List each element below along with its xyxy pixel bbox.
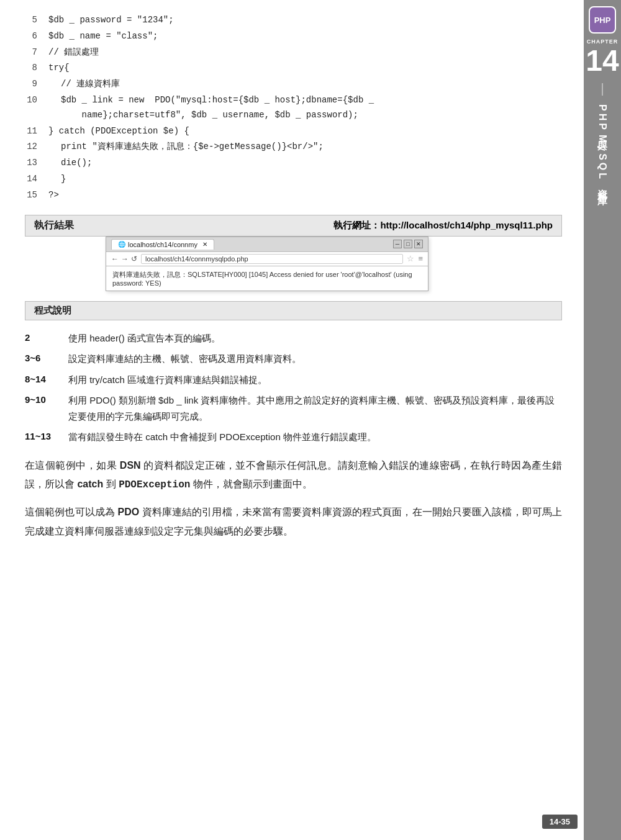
code-content-5: $db _ password = "1234";: [48, 13, 562, 28]
exec-url-value: http://localhost/ch14/php_mysql11.php: [380, 220, 553, 230]
browser-nav: ← → ↺: [111, 255, 137, 263]
code-content-9: // 連線資料庫: [48, 77, 562, 92]
code-content-11: } catch (PDOException $e) {: [48, 124, 562, 139]
browser-tab-close[interactable]: ✕: [202, 241, 207, 248]
code-line-14: 14 }: [25, 171, 562, 187]
code-content-6: $db _ name = "class";: [48, 29, 562, 44]
code-block: 5 $db _ password = "1234"; 6 $db _ name …: [25, 12, 562, 204]
browser-body: 資料庫連結失敗，訊息：SQLSTATE[HY000] [1045] Access…: [106, 266, 428, 291]
line-num-10: 10: [25, 93, 48, 108]
code-line-7: 7 // 錯誤處理: [25, 45, 562, 61]
code-content-15: ?>: [48, 188, 562, 203]
code-line-15: 15 ?>: [25, 187, 562, 204]
chapter-number: 14: [586, 46, 619, 76]
browser-controls: ─ □ ✕: [393, 240, 423, 248]
desc-value-8-14: 利用 try/catch 區域進行資料庫連結與錯誤補捉。: [68, 372, 562, 388]
paragraph-2: 這個範例也可以成為 PDO 資料庫連結的引用檔，未來當有需要資料庫資源的程式頁面…: [25, 503, 562, 541]
code-content-10: $db _ link = new PDO("mysql:host={$db _ …: [48, 93, 562, 123]
code-line-6: 6 $db _ name = "class";: [25, 29, 562, 45]
code-content-12: print "資料庫連結失敗，訊息：{$e->getMessage()}<br/…: [48, 140, 562, 155]
browser-mockup: 🌐 localhost/ch14/connmy ✕ ─ □ ✕ ← → ↺ lo…: [106, 237, 428, 291]
desc-key-9-10: 9~10: [25, 392, 68, 407]
desc-key-8-14: 8~14: [25, 372, 68, 387]
bookmark-star[interactable]: ☆: [407, 254, 414, 263]
exec-url: 執行網址：http://localhost/ch14/php_mysql11.p…: [333, 220, 553, 232]
right-sidebar: PHP CHAPTER 14 PHP與MySQL資料庫: [584, 0, 621, 840]
browser-close[interactable]: ✕: [414, 240, 423, 248]
prog-desc-header: 程式說明: [25, 301, 562, 320]
browser-addressbar: ← → ↺ localhost/ch14/connmysqlpdo.php ☆ …: [106, 252, 428, 266]
browser-titlebar: 🌐 localhost/ch14/connmy ✕ ─ □ ✕: [106, 237, 428, 252]
code-content-8: try{: [48, 61, 562, 76]
desc-row-11-13: 11~13 當有錯誤發生時在 catch 中會補捉到 PDOException …: [25, 427, 562, 448]
php-badge-label: PHP: [594, 16, 611, 25]
desc-row-9-10: 9~10 利用 PDO() 類別新增 $db _ link 資料庫物件。其中應用…: [25, 390, 562, 427]
exec-url-label: 執行網址：: [333, 220, 380, 230]
line-num-9: 9: [25, 77, 48, 92]
exec-result-header: 執行結果 執行網址：http://localhost/ch14/php_mysq…: [25, 215, 562, 237]
line-num-5: 5: [25, 13, 48, 28]
browser-tab-text: localhost/ch14/connmy: [128, 241, 197, 248]
line-num-7: 7: [25, 45, 48, 60]
sidebar-divider: [602, 83, 603, 96]
code-line-9: 9 // 連線資料庫: [25, 76, 562, 93]
desc-key-3-6: 3~6: [25, 351, 68, 366]
menu-icon[interactable]: ≡: [418, 254, 423, 263]
browser-url-bar[interactable]: localhost/ch14/connmysqlpdo.php: [141, 254, 403, 264]
desc-value-3-6: 設定資料庫連結的主機、帳號、密碼及選用資料庫資料。: [68, 351, 562, 367]
exec-result-title: 執行結果: [34, 219, 74, 232]
line-num-12: 12: [25, 140, 48, 155]
browser-maximize[interactable]: □: [404, 240, 412, 248]
page-number: 14-35: [542, 815, 578, 829]
code-line-12: 12 print "資料庫連結失敗，訊息：{$e->getMessage()}<…: [25, 139, 562, 155]
desc-row-3-6: 3~6 設定資料庫連結的主機、帳號、密碼及選用資料庫資料。: [25, 348, 562, 369]
browser-error-text: 資料庫連結失敗，訊息：SQLSTATE[HY000] [1045] Access…: [112, 271, 412, 287]
main-content: 5 $db _ password = "1234"; 6 $db _ name …: [12, 0, 574, 587]
code-line-5: 5 $db _ password = "1234";: [25, 12, 562, 29]
desc-value-2: 使用 header() 函式宣告本頁的編碼。: [68, 330, 562, 346]
desc-key-2: 2: [25, 330, 68, 345]
forward-button[interactable]: →: [121, 255, 129, 263]
code-line-8: 8 try{: [25, 60, 562, 76]
desc-value-9-10: 利用 PDO() 類別新增 $db _ link 資料庫物件。其中應用之前設定好…: [68, 392, 562, 424]
line-num-14: 14: [25, 172, 48, 187]
desc-table: 2 使用 header() 函式宣告本頁的編碼。 3~6 設定資料庫連結的主機、…: [25, 328, 562, 448]
desc-key-11-13: 11~13: [25, 429, 68, 444]
browser-minimize[interactable]: ─: [393, 240, 402, 248]
browser-tab-icon: 🌐: [118, 241, 125, 248]
line-num-11: 11: [25, 124, 48, 139]
line-num-13: 13: [25, 156, 48, 171]
code-content-13: die();: [48, 156, 562, 171]
sidebar-title: PHP與MySQL資料庫: [596, 104, 608, 189]
back-button[interactable]: ←: [111, 255, 119, 263]
desc-value-11-13: 當有錯誤發生時在 catch 中會補捉到 PDOException 物件並進行錯…: [68, 429, 562, 445]
line-num-6: 6: [25, 29, 48, 44]
code-content-7: // 錯誤處理: [48, 45, 562, 60]
code-content-14: }: [48, 172, 562, 187]
code-line-10: 10 $db _ link = new PDO("mysql:host={$db…: [25, 93, 562, 124]
code-line-11: 11 } catch (PDOException $e) {: [25, 124, 562, 140]
line-num-15: 15: [25, 188, 48, 203]
code-line-13: 13 die();: [25, 155, 562, 171]
desc-row-8-14: 8~14 利用 try/catch 區域進行資料庫連結與錯誤補捉。: [25, 369, 562, 391]
reload-button[interactable]: ↺: [131, 255, 137, 263]
browser-tab: 🌐 localhost/ch14/connmy ✕: [111, 239, 214, 250]
php-badge: PHP: [589, 6, 616, 34]
desc-row-2: 2 使用 header() 函式宣告本頁的編碼。: [25, 328, 562, 349]
paragraph-1: 在這個範例中，如果 DSN 的資料都設定正確，並不會顯示任何訊息。請刻意輸入錯誤…: [25, 456, 562, 495]
line-num-8: 8: [25, 61, 48, 76]
